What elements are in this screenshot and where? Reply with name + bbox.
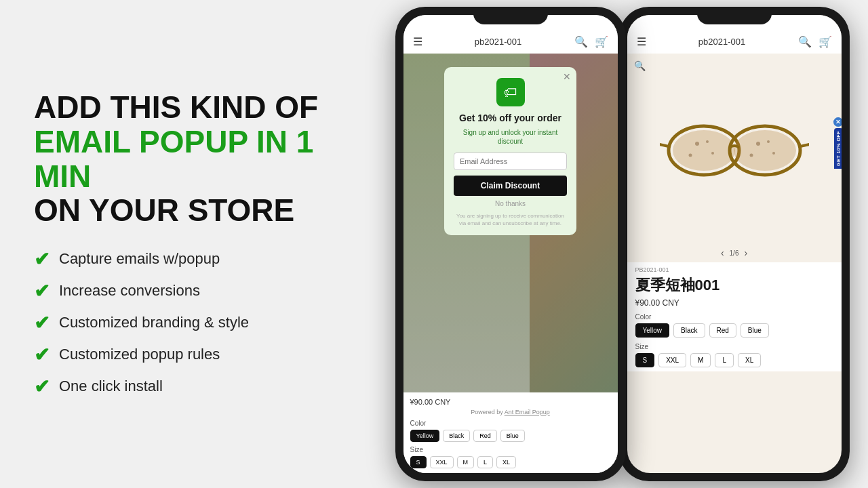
feature-label-2: Increase conversions (59, 282, 200, 300)
phone2-cart-icon[interactable]: 🛒 (818, 35, 832, 48)
phone2-size-swatches: S XXL M L XL (635, 353, 833, 367)
phone1-color-label: Color (410, 420, 611, 427)
phone2-store-name: pb2021-001 (698, 37, 745, 47)
phone1-product-bottom: ¥90.00 CNY Powered by Ant Email Popup Co… (403, 392, 618, 473)
phone2-color-label: Color (635, 313, 833, 321)
popup-disclaimer: You are signing up to receive communicat… (454, 213, 567, 227)
headline-line2-green: EMAIL POPUP (34, 124, 248, 159)
color-swatch-black[interactable]: Black (443, 430, 470, 442)
svg-point-6 (695, 142, 699, 146)
check-icon-2: ✔ (34, 280, 50, 302)
feature-item-5: ✔ One click install (34, 375, 349, 398)
claim-discount-button[interactable]: Claim Discount (454, 176, 567, 196)
popup-subtitle: Sign up and unlock your instant discount (454, 128, 567, 146)
phones-panel: ☰ pb2021-001 🔍 🛒 ✕ 🏷 Get 10% off your or… (376, 0, 868, 488)
email-popup: ✕ 🏷 Get 10% off your order Sign up and u… (444, 67, 576, 235)
next-slide-button[interactable]: › (744, 247, 747, 258)
product-name: 夏季短袖001 (635, 275, 833, 296)
check-icon-5: ✔ (34, 375, 50, 398)
phone2-size-s[interactable]: S (635, 353, 655, 367)
svg-point-3 (734, 130, 796, 171)
size-swatch-xl[interactable]: XL (496, 456, 516, 468)
check-icon-4: ✔ (34, 344, 50, 366)
phone2-color-blue[interactable]: Blue (741, 323, 769, 338)
headline-line2: EMAIL POPUP IN 1 MIN (34, 125, 349, 193)
zoom-icon[interactable]: 🔍 (634, 60, 646, 71)
phone1-background: ✕ 🏷 Get 10% off your order Sign up and u… (403, 54, 618, 392)
phone2-size-m[interactable]: M (690, 353, 711, 367)
phone-2: ☰ pb2021-001 🔍 🛒 🔍 (619, 7, 850, 481)
headline-line1: ADD THIS KIND OF (34, 90, 349, 125)
left-panel: ADD THIS KIND OF EMAIL POPUP IN 1 MIN ON… (0, 0, 376, 488)
phone2-search-icon[interactable]: 🔍 (798, 35, 812, 48)
phone1-inner: ☰ pb2021-001 🔍 🛒 ✕ 🏷 Get 10% off your or… (403, 15, 618, 473)
discount-badge[interactable]: GET 10% OFF (834, 128, 842, 169)
phone1-size-label: Size (410, 446, 611, 453)
powered-by-link[interactable]: Ant Email Popup (505, 409, 550, 415)
popup-title: Get 10% off your order (454, 112, 567, 124)
color-swatch-blue[interactable]: Blue (500, 430, 525, 442)
features-list: ✔ Capture emails w/popup ✔ Increase conv… (34, 248, 349, 398)
svg-point-10 (756, 142, 760, 146)
svg-line-4 (660, 144, 669, 146)
popup-close-button[interactable]: ✕ (563, 71, 571, 82)
svg-point-9 (706, 140, 709, 143)
size-swatch-m[interactable]: M (457, 456, 475, 468)
check-icon-3: ✔ (34, 312, 50, 334)
badge-close-button[interactable]: ✕ (833, 117, 842, 127)
size-swatch-l[interactable]: L (477, 456, 493, 468)
phone2-size-xxl[interactable]: XXL (658, 353, 686, 367)
svg-line-5 (800, 144, 809, 146)
phone2-color-swatches: Yellow Black Red Blue (635, 323, 833, 338)
phone2-menu-icon[interactable]: ☰ (637, 35, 646, 48)
svg-point-12 (749, 154, 753, 157)
feature-label-4: Customized popup rules (59, 346, 220, 363)
phone1-notch (473, 7, 548, 24)
feature-item-2: ✔ Increase conversions (34, 280, 349, 302)
feature-label-1: Capture emails w/popup (59, 250, 220, 268)
phone2-color-yellow[interactable]: Yellow (635, 323, 670, 338)
phone2-product-price: ¥90.00 CNY (635, 298, 833, 308)
phone1-topbar-icons: 🔍 🛒 (574, 35, 608, 48)
size-swatch-s[interactable]: S (410, 456, 427, 468)
cart-icon[interactable]: 🛒 (595, 35, 608, 48)
popup-overlay: ✕ 🏷 Get 10% off your order Sign up and u… (403, 54, 618, 392)
phone1-store-name: pb2021-001 (475, 37, 521, 47)
svg-point-13 (767, 140, 770, 143)
phone2-notch (697, 7, 772, 24)
powered-by-text: Powered by Ant Email Popup (410, 409, 611, 415)
feature-item-3: ✔ Customized branding & style (34, 312, 349, 334)
phone1-product-price: ¥90.00 CNY (410, 398, 611, 406)
prev-slide-button[interactable]: ‹ (721, 247, 724, 258)
phone1-color-swatches: Yellow Black Red Blue (410, 430, 611, 442)
feature-label-3: Customized branding & style (59, 314, 249, 331)
phone2-inner: ☰ pb2021-001 🔍 🛒 🔍 (627, 15, 842, 473)
phone2-size-l[interactable]: L (715, 353, 734, 367)
phone2-color-black[interactable]: Black (673, 323, 705, 338)
svg-point-11 (772, 152, 775, 155)
phone2-product-info: PB2021-001 夏季短袖001 ¥90.00 CNY Color Yell… (627, 262, 842, 371)
search-icon[interactable]: 🔍 (574, 35, 588, 48)
popup-no-thanks[interactable]: No thanks (454, 200, 567, 207)
product-sku: PB2021-001 (635, 266, 833, 273)
size-swatch-xxl[interactable]: XXL (430, 456, 454, 468)
svg-point-7 (711, 152, 714, 155)
glasses-image (660, 115, 809, 182)
menu-icon[interactable]: ☰ (413, 35, 422, 48)
color-swatch-yellow[interactable]: Yellow (410, 430, 440, 442)
phone2-size-label: Size (635, 343, 833, 350)
slide-indicator: ‹ 1/6 › (627, 243, 842, 262)
phone2-color-red[interactable]: Red (709, 323, 736, 338)
color-swatch-red[interactable]: Red (473, 430, 497, 442)
phone2-size-xl[interactable]: XL (738, 353, 761, 367)
discount-badge-container: GET 10% OFF ✕ (834, 128, 842, 169)
check-icon-1: ✔ (34, 248, 50, 270)
phone1-color-section: Color Yellow Black Red Blue (410, 420, 611, 442)
feature-item-4: ✔ Customized popup rules (34, 344, 349, 366)
popup-email-input[interactable] (454, 152, 567, 170)
headline: ADD THIS KIND OF EMAIL POPUP IN 1 MIN ON… (34, 90, 349, 227)
phone2-topbar-icons: 🔍 🛒 (798, 35, 832, 48)
feature-label-5: One click install (59, 378, 163, 395)
slide-count: 1/6 (730, 249, 739, 257)
svg-point-8 (688, 154, 692, 157)
